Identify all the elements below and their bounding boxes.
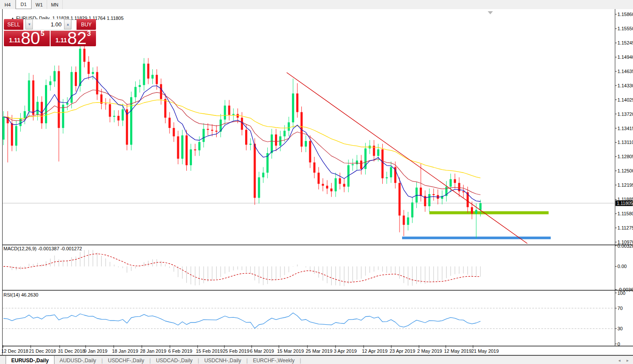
timeframe-button-mn[interactable]: MN (47, 0, 63, 9)
svg-text:2 May 2019: 2 May 2019 (417, 348, 442, 354)
mt4-trading-app: { "toolbar": { "timeframes": [ {"label":… (0, 0, 633, 364)
candlesticks (3, 49, 482, 225)
svg-text:12 May 2019: 12 May 2019 (444, 348, 472, 354)
svg-text:1.15860: 1.15860 (617, 12, 633, 17)
svg-text:28 Jan 2019: 28 Jan 2019 (140, 348, 166, 354)
tab-separator: | (300, 356, 301, 364)
tab-scroll-left-icon[interactable]: ◂ (618, 358, 620, 363)
chart-tab-usdcnh-daily[interactable]: USDCNH-,Daily (199, 356, 246, 364)
timeframe-toolbar: H4D1W1MN (0, 0, 633, 10)
svg-text:31 Dec 2018: 31 Dec 2018 (58, 348, 85, 354)
svg-text:0.003287: 0.003287 (617, 243, 633, 249)
svg-text:100: 100 (617, 291, 625, 296)
chart-tab-eurchf-weekly[interactable]: EURCHF-,Weekly (248, 356, 300, 364)
tab-scroll-right-icon[interactable]: ▸ (627, 358, 629, 363)
svg-text:1.12500: 1.12500 (617, 168, 633, 173)
svg-text:12 Apr 2019: 12 Apr 2019 (362, 348, 387, 354)
buy-quote-panel[interactable]: 1.11 82 3 (51, 31, 96, 46)
svg-text:1.12195: 1.12195 (617, 182, 633, 188)
rsi-indicator-label: RSI(14) 46.2630 (3, 292, 38, 297)
sell-price-pip: 5 (41, 30, 45, 38)
buy-price-big: 82 (67, 31, 87, 45)
tab-scroll-arrows: ◂ ▸ (618, 356, 633, 364)
one-click-trade-panel: SELL ▼ ▲ BUY 1.11 80 5 1.11 82 3 (4, 19, 96, 46)
svg-text:25 Feb 2019: 25 Feb 2019 (223, 348, 249, 354)
svg-text:1.11275: 1.11275 (617, 225, 633, 230)
svg-text:1.11580: 1.11580 (617, 211, 633, 216)
svg-text:21 May 2019: 21 May 2019 (471, 348, 499, 354)
svg-text:70: 70 (617, 306, 623, 311)
svg-text:15 Mar 2019: 15 Mar 2019 (277, 348, 304, 354)
chart-tab-bar: EURUSD-,DailyAUDUSD-,Daily|USDCHF-,Daily… (0, 355, 633, 364)
svg-text:25 Mar 2019: 25 Mar 2019 (306, 348, 332, 354)
volume-input[interactable] (33, 19, 64, 29)
svg-text:1.13110: 1.13110 (617, 140, 633, 145)
svg-text:1.14940: 1.14940 (617, 54, 633, 60)
svg-text:6 Mar 2019: 6 Mar 2019 (250, 348, 274, 354)
timeframe-button-h4[interactable]: H4 (0, 0, 16, 9)
svg-text:1.13415: 1.13415 (617, 126, 633, 131)
svg-text:1.15245: 1.15245 (617, 40, 633, 45)
svg-text:9 Jan 2019: 9 Jan 2019 (84, 348, 107, 354)
chart-tab-usdcad-daily[interactable]: USDCAD-,Daily (151, 356, 198, 364)
volume-decrease-button[interactable]: ▼ (26, 19, 33, 29)
svg-text:12 Dec 2018: 12 Dec 2018 (1, 348, 28, 354)
chart-tab-audusd-daily[interactable]: AUDUSD-,Daily (54, 356, 102, 364)
chart-tab-eurusd-daily[interactable]: EURUSD-,Daily (6, 356, 54, 364)
svg-text:30: 30 (617, 326, 623, 331)
svg-text:0: 0 (617, 342, 620, 347)
svg-text:1.15550: 1.15550 (617, 26, 633, 31)
svg-text:3 Apr 2019: 3 Apr 2019 (334, 348, 357, 354)
svg-text:6 Feb 2019: 6 Feb 2019 (168, 348, 192, 354)
sell-price-big: 80 (21, 31, 40, 45)
svg-text:1.14025: 1.14025 (617, 97, 633, 102)
macd-indicator-label: MACD(12,26,9) -0.001387 -0.001272 (3, 246, 82, 251)
svg-text:0.00: 0.00 (617, 264, 627, 269)
svg-text:1.11805: 1.11805 (617, 201, 633, 206)
svg-text:21 Dec 2018: 21 Dec 2018 (29, 348, 56, 354)
timeframe-button-w1[interactable]: W1 (32, 0, 47, 9)
svg-text:1.14330: 1.14330 (617, 83, 633, 88)
chart-shift-marker-icon (488, 11, 493, 14)
svg-text:1.14635: 1.14635 (617, 69, 633, 74)
buy-price-pip: 3 (87, 30, 91, 38)
svg-text:1.12805: 1.12805 (617, 154, 633, 159)
sell-price-prefix: 1.11 (9, 37, 20, 44)
timeframe-button-d1[interactable]: D1 (16, 0, 32, 9)
sell-quote-panel[interactable]: 1.11 80 5 (4, 31, 50, 46)
chart-tab-usdchf-daily[interactable]: USDCHF-,Daily (103, 356, 150, 364)
volume-increase-button[interactable]: ▲ (64, 19, 71, 29)
svg-text:1.13720: 1.13720 (617, 112, 633, 117)
svg-text:15 Feb 2019: 15 Feb 2019 (196, 348, 223, 354)
chart-window: 1.158601.155501.152451.149401.146351.143… (0, 9, 633, 355)
buy-price-prefix: 1.11 (55, 37, 67, 44)
svg-text:18 Jan 2019: 18 Jan 2019 (112, 348, 138, 354)
chart-canvas: 1.158601.155501.152451.149401.146351.143… (0, 9, 633, 355)
svg-text:23 Apr 2019: 23 Apr 2019 (390, 348, 415, 354)
